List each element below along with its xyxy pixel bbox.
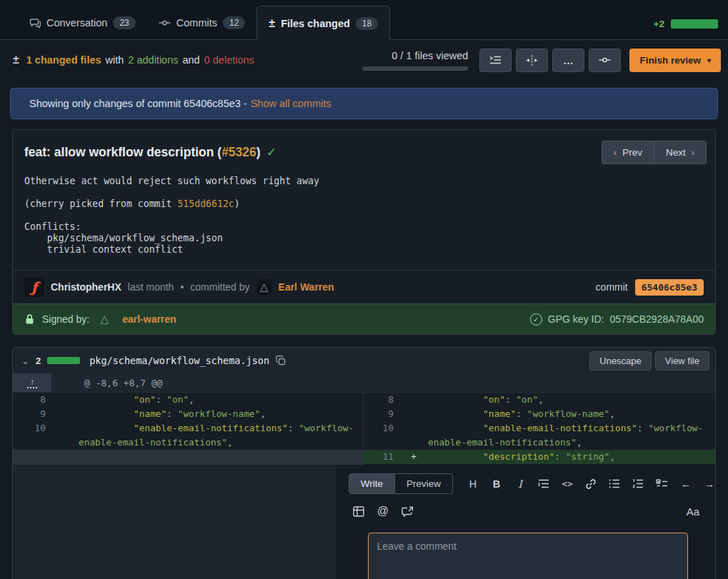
verified-icon: ✓ <box>530 313 542 326</box>
reference-icon[interactable] <box>402 504 414 518</box>
diff-row[interactable]: 8 "on": "on", <box>364 393 715 407</box>
code-segment: "on" <box>134 394 156 405</box>
link-icon[interactable] <box>585 477 597 491</box>
changed-files-text: 1 changed files <box>26 54 101 66</box>
next-commit-button[interactable]: Next › <box>654 141 707 164</box>
editor-mode-switch: Write Preview <box>349 473 453 494</box>
unescape-button[interactable]: Unescape <box>589 351 652 371</box>
line-number[interactable]: 9 <box>13 407 54 421</box>
code-segment: "workflow-name" <box>178 408 261 419</box>
commit-label: commit <box>596 281 628 293</box>
and-text: and <box>182 54 199 66</box>
diff-row[interactable]: 10 "enable-email-notifications": "workfl… <box>13 421 363 450</box>
inline-comment-form: Write Preview H B I <> <box>335 465 715 579</box>
unordered-list-icon[interactable] <box>609 477 620 491</box>
diffstat-row: ± 1 changed files with 2 additions and 0… <box>0 40 728 80</box>
finish-review-button[interactable]: Finish review ▾ <box>629 49 721 72</box>
diff-row[interactable]: 9 "name": "workflow-name", <box>13 407 363 421</box>
arrow-left-icon[interactable]: ← <box>680 477 692 491</box>
code-segment: , <box>538 394 544 405</box>
files-viewed-progress: 0 / 1 files viewed <box>362 50 468 71</box>
whitespace-options-button[interactable] <box>479 49 512 72</box>
comment-textarea[interactable] <box>368 533 688 579</box>
diff-icon: ± <box>269 17 275 30</box>
commit-title: feat: allow workflow description (#5326)… <box>24 145 276 160</box>
diff-row[interactable]: 8 "on": "on", <box>13 393 363 407</box>
task-list-icon[interactable] <box>656 477 668 491</box>
markdown-toolbar: H B I <> <box>467 477 715 491</box>
tab-commits[interactable]: Commits 12 <box>147 6 257 39</box>
gpg-key-label: GPG key ID: <box>548 313 604 325</box>
tab-conversation[interactable]: Conversation 23 <box>18 6 147 39</box>
committer-avatar-glyph: △ <box>260 281 269 293</box>
committer-name-link[interactable]: Earl Warren <box>279 281 334 293</box>
table-icon[interactable] <box>353 504 364 518</box>
commit-pager: ‹ Prev Next › <box>602 141 707 164</box>
chevron-down-icon[interactable]: ⌄ <box>21 356 29 366</box>
success-check-icon: ✓ <box>266 145 276 160</box>
show-all-commits-link[interactable]: Show all commits <box>251 98 331 109</box>
cherry-pick-commit-link[interactable]: 515dd6612c <box>177 198 234 209</box>
code-segment: "on" <box>516 394 538 405</box>
pr-reference-link[interactable]: #5326 <box>221 145 256 159</box>
line-number[interactable]: 11 <box>364 450 399 464</box>
code-segment: , <box>609 408 615 419</box>
signer-link[interactable]: earl-warren <box>122 313 176 325</box>
font-size-icon[interactable]: Aa <box>687 504 699 518</box>
line-number[interactable]: 8 <box>364 393 399 407</box>
more-options-button[interactable]: … <box>552 49 584 72</box>
diff-row[interactable]: 9 "name": "workflow-name", <box>364 407 715 421</box>
view-file-button[interactable]: View file <box>655 351 709 371</box>
signer-avatar[interactable]: △ <box>96 311 112 327</box>
author-avatar[interactable]: ƒ <box>24 277 44 297</box>
code-segment <box>428 423 483 433</box>
commit-select-button[interactable] <box>589 49 621 72</box>
line-number[interactable]: 9 <box>364 407 399 421</box>
author-name-link[interactable]: ChristopherHX <box>51 281 121 293</box>
mention-icon[interactable]: @ <box>377 504 389 518</box>
commit-body-line: (cherry picked from commit 515dd6612c) <box>24 198 704 210</box>
diff-row[interactable]: 11+ "description": "string", <box>364 450 715 464</box>
diff-row[interactable] <box>13 450 363 465</box>
committer-avatar[interactable]: △ <box>256 279 272 295</box>
preview-tab[interactable]: Preview <box>394 474 452 493</box>
heading-icon[interactable]: H <box>467 477 479 491</box>
quote-icon[interactable] <box>538 477 549 491</box>
global-diff-stat: +2 <box>654 19 728 29</box>
prev-commit-button[interactable]: ‹ Prev <box>602 141 654 164</box>
cherry-pick-close: ) <box>234 198 240 209</box>
code-segment: "name" <box>483 408 516 419</box>
tab-count-badge: 18 <box>356 17 378 30</box>
cherry-pick-text: (cherry picked from commit <box>24 198 177 209</box>
commit-filter-banner: Showing only changes of commit 65406c85e… <box>10 88 718 119</box>
italic-icon[interactable]: I <box>514 477 526 491</box>
chevron-left-icon: ‹ <box>614 147 617 158</box>
expand-up-icon: ↑ <box>27 378 37 388</box>
split-diff: 8 "on": "on",9 "name": "workflow-name",1… <box>13 393 715 465</box>
deletions-text: 0 deletions <box>204 54 254 66</box>
code-icon[interactable]: <> <box>562 477 573 491</box>
diff-sign <box>54 421 79 450</box>
bold-icon[interactable]: B <box>491 477 502 491</box>
copy-icon[interactable] <box>276 356 286 366</box>
commit-sha-badge[interactable]: 65406c85e3 <box>635 279 704 296</box>
tab-label: Conversation <box>46 17 107 29</box>
arrow-right-icon[interactable]: → <box>704 477 715 491</box>
lock-icon <box>24 313 35 325</box>
expand-up-button[interactable]: ↑ <box>13 373 51 392</box>
diff-view-toggle-button[interactable] <box>516 49 548 72</box>
ordered-list-icon[interactable] <box>632 477 644 491</box>
write-tab[interactable]: Write <box>349 474 394 493</box>
diff-left-side: 8 "on": "on",9 "name": "workflow-name",1… <box>13 393 364 465</box>
diff-row[interactable]: 10 "enable-email-notifications": "workfl… <box>364 421 715 450</box>
code-segment: : <box>516 408 527 419</box>
line-number[interactable]: 10 <box>13 421 54 450</box>
tab-files-changed[interactable]: ± Files changed 18 <box>256 6 390 40</box>
line-number[interactable]: 8 <box>13 393 54 407</box>
file-diff-box: ⌄ 2 pkg/schema/workflow_schema.json Unes… <box>12 347 716 579</box>
code-segment: "workflow-name" <box>527 408 610 419</box>
code-segment: , <box>260 408 266 419</box>
code-line: "on": "on", <box>79 393 363 407</box>
tab-label: Files changed <box>281 18 350 29</box>
line-number[interactable]: 10 <box>364 421 399 450</box>
